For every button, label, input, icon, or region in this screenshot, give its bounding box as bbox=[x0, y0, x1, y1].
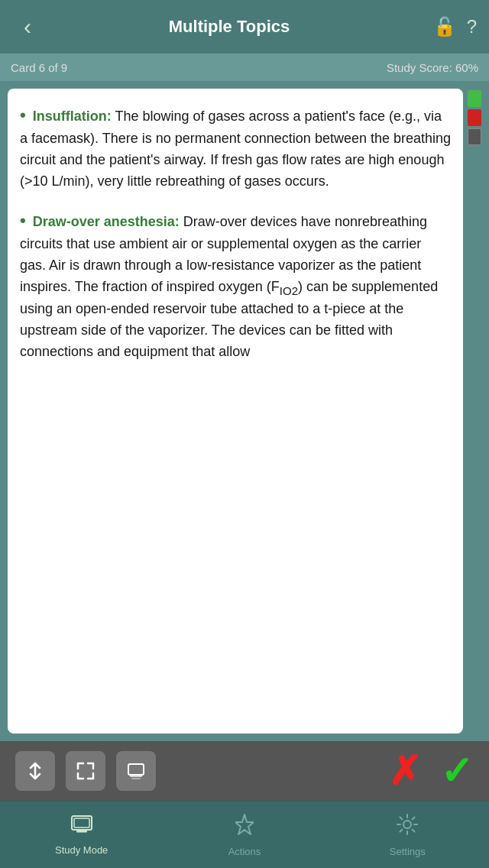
svg-rect-0 bbox=[128, 764, 144, 775]
score-bar-green bbox=[468, 90, 481, 107]
svg-rect-1 bbox=[130, 775, 142, 777]
svg-point-6 bbox=[403, 821, 411, 828]
svg-rect-5 bbox=[76, 831, 87, 833]
bottom-nav: Study Mode Actions Settings bbox=[0, 801, 489, 868]
page-title: Multiple Topics bbox=[43, 17, 416, 37]
toolbar: ✗ ✓ bbox=[0, 741, 489, 801]
svg-rect-4 bbox=[74, 818, 89, 828]
term-1: Insufflation: bbox=[33, 108, 112, 124]
header: ‹ Multiple Topics 🔓 ? bbox=[0, 0, 489, 53]
right-button[interactable]: ✓ bbox=[440, 751, 474, 791]
bullet-1: • bbox=[20, 105, 26, 125]
nav-study-mode[interactable]: Study Mode bbox=[0, 815, 163, 856]
card-content[interactable]: • Insufflation: The blowing of gases acr… bbox=[8, 89, 463, 734]
score-bar-red bbox=[468, 109, 481, 126]
settings-label: Settings bbox=[390, 846, 426, 857]
nav-settings[interactable]: Settings bbox=[326, 813, 489, 857]
study-mode-label: Study Mode bbox=[55, 844, 108, 856]
back-button[interactable]: ‹ bbox=[12, 14, 43, 40]
help-icon[interactable]: ? bbox=[467, 16, 477, 37]
actions-icon bbox=[235, 813, 254, 841]
study-mode-icon bbox=[70, 815, 93, 840]
cards-icon bbox=[125, 760, 147, 782]
expand-icon bbox=[75, 760, 96, 782]
card-count: Card 6 of 9 bbox=[11, 61, 67, 74]
swap-button[interactable] bbox=[15, 751, 55, 791]
expand-button[interactable] bbox=[66, 751, 105, 791]
card-area: • Insufflation: The blowing of gases acr… bbox=[0, 81, 489, 741]
svg-rect-2 bbox=[131, 778, 141, 779]
card-entry-2: • Draw-over anesthesia: Draw-over device… bbox=[20, 208, 451, 363]
wrong-button[interactable]: ✗ bbox=[388, 751, 422, 791]
lock-icon[interactable]: 🔓 bbox=[433, 16, 456, 37]
nav-actions[interactable]: Actions bbox=[163, 813, 325, 857]
toolbar-left bbox=[15, 751, 156, 791]
card-entry-1: • Insufflation: The blowing of gases acr… bbox=[20, 102, 451, 193]
actions-label: Actions bbox=[228, 846, 261, 857]
body-2: Draw-over devices have nonrebreathing ci… bbox=[20, 214, 438, 360]
bullet-2: • bbox=[20, 211, 26, 230]
study-score: Study Score: 60% bbox=[387, 61, 478, 74]
subheader: Card 6 of 9 Study Score: 60% bbox=[0, 53, 489, 81]
toolbar-right: ✗ ✓ bbox=[388, 751, 474, 791]
settings-icon bbox=[396, 813, 419, 841]
term-2: Draw-over anesthesia: bbox=[33, 214, 180, 229]
swap-icon bbox=[24, 760, 46, 782]
cards-view-button[interactable] bbox=[116, 751, 156, 791]
score-bar-empty bbox=[468, 128, 481, 145]
header-icons: 🔓 ? bbox=[416, 16, 477, 37]
score-sidebar bbox=[468, 89, 481, 734]
